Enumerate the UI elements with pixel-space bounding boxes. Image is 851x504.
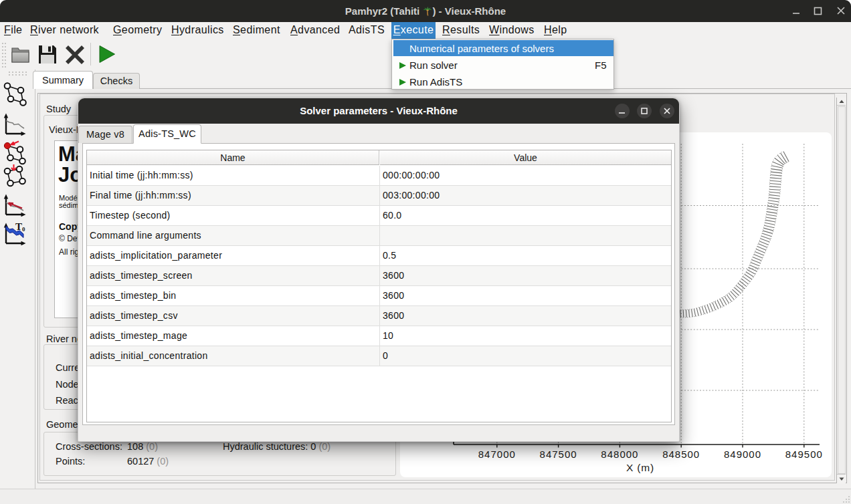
- svg-text:0: 0: [22, 226, 25, 233]
- svg-text:T: T: [15, 221, 22, 232]
